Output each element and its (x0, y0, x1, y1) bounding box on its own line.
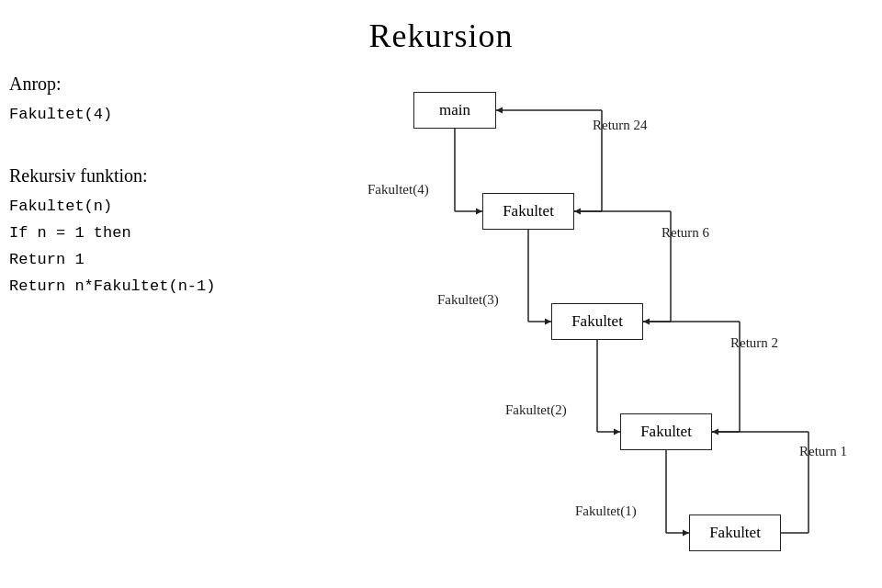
return-label-0: Return 24 (593, 118, 648, 133)
code-block: Fakultet(n) If n = 1 then Return 1 Retur… (9, 194, 215, 300)
svg-marker-19 (574, 209, 581, 215)
return-label-2: Return 2 (730, 335, 778, 351)
call-label-2: Fakultet(2) (505, 402, 567, 418)
anrop-value: Fakultet(4) (9, 102, 215, 129)
svg-marker-15 (496, 107, 503, 114)
code-line: Return 1 (9, 247, 215, 274)
svg-marker-5 (545, 319, 551, 325)
call-label-3: Fakultet(1) (575, 503, 637, 519)
left-panel: Anrop: Fakultet(4) Rekursiv funktion: Fa… (9, 74, 215, 300)
box-fak3: Fakultet (620, 413, 712, 450)
box-fak1: Fakultet (482, 193, 574, 230)
diagram: mainFakultetFakultetFakultetFakultetFaku… (257, 46, 873, 579)
svg-marker-2 (476, 209, 482, 215)
box-main: main (413, 92, 496, 129)
box-fak4: Fakultet (689, 514, 781, 551)
code-line: Fakultet(n) (9, 194, 215, 220)
call-label-1: Fakultet(3) (437, 292, 499, 308)
svg-marker-8 (614, 429, 620, 435)
call-label-0: Fakultet(4) (368, 182, 429, 198)
svg-marker-23 (643, 319, 650, 325)
rekursiv-label: Rekursiv funktion: (9, 165, 215, 187)
box-fak2: Fakultet (551, 303, 643, 340)
code-line: Return n*Fakultet(n-1) (9, 274, 215, 300)
svg-marker-27 (712, 429, 718, 435)
code-line: If n = 1 then (9, 220, 215, 247)
anrop-label: Anrop: (9, 74, 215, 95)
svg-marker-11 (683, 530, 689, 537)
return-label-3: Return 1 (799, 444, 847, 459)
return-label-1: Return 6 (662, 225, 709, 241)
